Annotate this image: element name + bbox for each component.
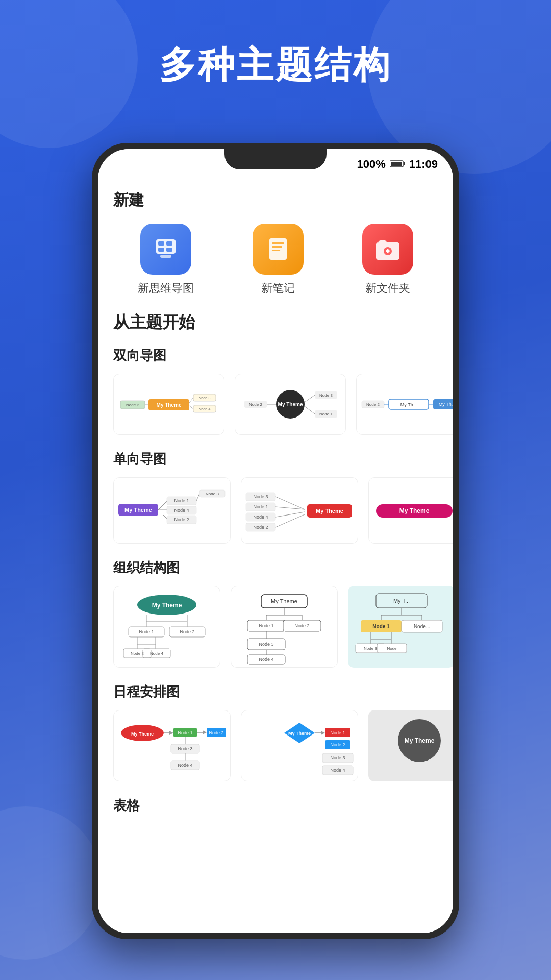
battery-icon bbox=[390, 158, 405, 171]
bidir-diagram-3[interactable]: My Th... Node 2 My Th... bbox=[356, 374, 453, 435]
unidir-diagram-1[interactable]: My Theme Node 1 Node 4 bbox=[113, 477, 231, 544]
hero-title-section: 多种主题结构 bbox=[0, 41, 551, 90]
svg-text:My Theme: My Theme bbox=[278, 402, 303, 407]
notch bbox=[224, 149, 327, 169]
org-diagram-3[interactable]: My T... Node 1 Node... bbox=[348, 586, 453, 668]
svg-text:Node 2: Node 2 bbox=[126, 403, 139, 407]
svg-rect-10 bbox=[272, 242, 284, 244]
svg-text:Node 4: Node 4 bbox=[259, 657, 273, 662]
svg-text:Node 4: Node 4 bbox=[330, 768, 345, 773]
svg-text:Node 4: Node 4 bbox=[178, 763, 192, 768]
svg-rect-5 bbox=[166, 241, 172, 246]
bidir-svg-1: My Theme Node 2 Node 3 Node 4 bbox=[118, 379, 220, 430]
unidir-diagram-2[interactable]: Node 3 Node 1 Node 4 Node 2 bbox=[241, 477, 358, 544]
svg-text:Node 1: Node 1 bbox=[174, 498, 189, 503]
org-diagram-2[interactable]: My Theme Node 1 Node 2 bbox=[231, 586, 338, 668]
svg-line-48 bbox=[158, 501, 167, 510]
unidir-svg-3: My Theme bbox=[371, 480, 453, 541]
schedule-diagram-1[interactable]: My Theme Node 1 Node 2 bbox=[113, 710, 231, 781]
folder-label: 新文件夹 bbox=[365, 281, 410, 296]
svg-text:Node 2: Node 2 bbox=[249, 402, 262, 407]
svg-text:My Th...: My Th... bbox=[400, 402, 417, 407]
mindmap-icon bbox=[152, 235, 180, 263]
new-mindmap-item[interactable]: 新思维导图 bbox=[138, 224, 194, 296]
unidir-diagram-3[interactable]: My Theme bbox=[368, 477, 453, 544]
unidir-svg-2: Node 3 Node 1 Node 4 Node 2 bbox=[243, 480, 356, 541]
bidir-svg-2: My Theme Node 2 Node 3 Node 1 bbox=[239, 379, 341, 430]
svg-rect-8 bbox=[160, 255, 171, 258]
svg-line-36 bbox=[305, 395, 315, 402]
svg-text:Node 1: Node 1 bbox=[330, 730, 345, 736]
svg-text:Node 3: Node 3 bbox=[178, 746, 192, 751]
svg-text:Node 4: Node 4 bbox=[199, 407, 211, 411]
org-svg-3: My T... Node 1 Node... bbox=[350, 589, 453, 665]
svg-text:Node 2: Node 2 bbox=[174, 517, 189, 522]
schedule-diagram-3[interactable]: My Theme bbox=[368, 710, 453, 781]
svg-rect-9 bbox=[269, 238, 287, 260]
time-display: 11:09 bbox=[409, 158, 438, 171]
svg-text:Node 2: Node 2 bbox=[253, 525, 268, 530]
svg-text:Node...: Node... bbox=[414, 624, 430, 629]
svg-text:Node 3: Node 3 bbox=[330, 755, 345, 761]
svg-text:Node 3: Node 3 bbox=[199, 396, 211, 400]
org-diagrams-row[interactable]: My Theme Node 1 Node 2 bbox=[98, 581, 453, 678]
svg-marker-150 bbox=[321, 731, 325, 735]
svg-rect-4 bbox=[158, 241, 164, 246]
svg-rect-11 bbox=[272, 246, 282, 248]
new-section-header: 新建 bbox=[98, 180, 453, 218]
svg-marker-134 bbox=[169, 731, 173, 735]
svg-text:My Theme: My Theme bbox=[271, 598, 297, 604]
mindmap-icon-container bbox=[140, 224, 191, 275]
svg-rect-6 bbox=[158, 248, 164, 252]
svg-text:Node 2: Node 2 bbox=[209, 730, 223, 736]
svg-text:My Theme: My Theme bbox=[124, 507, 152, 513]
screen-content[interactable]: 新建 bbox=[98, 180, 453, 933]
status-bar: 100% 11:09 bbox=[98, 149, 453, 180]
org-svg-1: My Theme Node 1 Node 2 bbox=[116, 589, 218, 665]
svg-text:Node 3: Node 3 bbox=[253, 494, 268, 499]
svg-text:Node 4: Node 4 bbox=[253, 514, 268, 520]
svg-line-26 bbox=[189, 406, 193, 409]
org-diagram-1[interactable]: My Theme Node 1 Node 2 bbox=[113, 586, 220, 668]
svg-rect-2 bbox=[404, 162, 405, 165]
note-icon bbox=[264, 235, 292, 263]
svg-text:Node 2: Node 2 bbox=[366, 402, 380, 407]
svg-text:My T...: My T... bbox=[393, 598, 410, 604]
svg-line-37 bbox=[305, 406, 315, 414]
bidir-diagram-2[interactable]: My Theme Node 2 Node 3 Node 1 bbox=[235, 374, 346, 435]
folder-icon-container bbox=[362, 224, 413, 275]
svg-marker-138 bbox=[203, 730, 207, 734]
svg-rect-7 bbox=[166, 248, 172, 252]
svg-text:Node 3: Node 3 bbox=[319, 393, 333, 398]
svg-text:Node 3: Node 3 bbox=[259, 642, 273, 647]
new-folder-item[interactable]: 新文件夹 bbox=[362, 224, 413, 296]
schedule-diagrams-row[interactable]: My Theme Node 1 Node 2 bbox=[98, 705, 453, 792]
svg-text:Node 4: Node 4 bbox=[174, 508, 189, 513]
phone-screen: 100% 11:09 新建 bbox=[98, 149, 453, 933]
bg-decoration bbox=[0, 806, 102, 960]
svg-line-50 bbox=[158, 510, 167, 519]
unidir-diagrams-row[interactable]: My Theme Node 1 Node 4 bbox=[98, 472, 453, 554]
schedule-diagram-2[interactable]: My Theme Node 1 Node 2 bbox=[241, 710, 358, 781]
schedule-svg-2: My Theme Node 1 Node 2 bbox=[243, 713, 356, 779]
svg-text:Node 1: Node 1 bbox=[259, 623, 273, 628]
svg-text:Node 3: Node 3 bbox=[206, 492, 219, 496]
org-section-header: 组织结构图 bbox=[98, 554, 453, 581]
svg-text:Node: Node bbox=[387, 646, 397, 651]
svg-text:My Theme: My Theme bbox=[152, 602, 182, 609]
svg-text:Node 4: Node 4 bbox=[150, 651, 163, 656]
note-icon-container bbox=[253, 224, 304, 275]
svg-line-57 bbox=[196, 494, 199, 501]
page-title: 多种主题结构 bbox=[0, 41, 551, 90]
signal-text: 100% bbox=[357, 158, 385, 171]
phone-frame: 100% 11:09 新建 bbox=[92, 143, 459, 939]
bidir-diagrams-row[interactable]: My Theme Node 2 Node 3 Node 4 bbox=[98, 369, 453, 445]
svg-rect-15 bbox=[387, 249, 389, 253]
bidir-diagram-1[interactable]: My Theme Node 2 Node 3 Node 4 bbox=[113, 374, 224, 435]
from-theme-header: 从主题开始 bbox=[98, 306, 453, 341]
new-note-item[interactable]: 新笔记 bbox=[253, 224, 304, 296]
background: 多种主题结构 100% 11:09 bbox=[0, 0, 551, 980]
svg-rect-12 bbox=[272, 250, 280, 251]
unidir-svg-1: My Theme Node 1 Node 4 bbox=[116, 480, 228, 541]
bidir-svg-3: My Th... Node 2 My Th... bbox=[361, 379, 453, 430]
